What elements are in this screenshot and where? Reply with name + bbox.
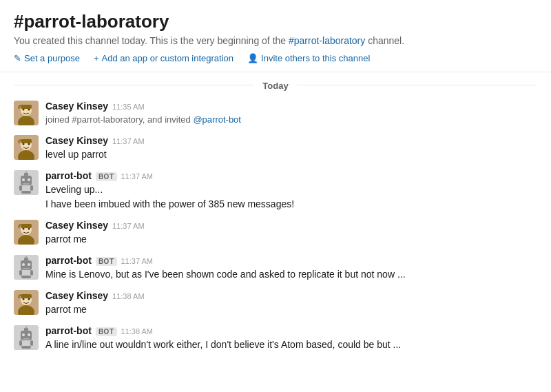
bot-badge: BOT xyxy=(96,257,117,266)
channel-header: #parrot-laboratory You created this chan… xyxy=(0,0,551,72)
message-time: 11:37 AM xyxy=(112,222,144,230)
message-text-continued: I have been imbued with the power of 385… xyxy=(45,197,537,212)
message-row: Casey Kinsey 11:37 AM parrot me xyxy=(14,216,537,251)
svg-point-15 xyxy=(28,178,30,181)
message-row: Casey Kinsey 11:38 AM parrot me xyxy=(14,286,537,321)
message-row: parrot-bot BOT 11:37 AM Leveling up... I… xyxy=(14,166,537,216)
svg-rect-19 xyxy=(19,185,22,191)
message-row: Casey Kinsey 11:35 AM joined #parrot-lab… xyxy=(14,96,537,131)
svg-rect-27 xyxy=(21,224,32,228)
message-header: parrot-bot BOT 11:37 AM xyxy=(45,255,537,266)
svg-rect-21 xyxy=(21,191,31,194)
message-time: 11:35 AM xyxy=(112,103,144,111)
message-text: parrot me xyxy=(45,232,537,247)
message-author: parrot-bot xyxy=(45,325,92,336)
message-time: 11:38 AM xyxy=(112,292,144,300)
svg-point-34 xyxy=(25,256,28,258)
add-app-action[interactable]: + Add an app or custom integration xyxy=(94,53,233,63)
svg-rect-43 xyxy=(21,294,32,298)
avatar xyxy=(14,101,39,125)
message-text: level up parrot xyxy=(45,147,537,162)
svg-rect-49 xyxy=(24,328,28,331)
message-header: Casey Kinsey 11:37 AM xyxy=(45,135,537,146)
svg-rect-11 xyxy=(21,139,32,143)
add-app-label: Add an app or custom integration xyxy=(102,53,234,63)
avatar xyxy=(14,290,39,315)
person-icon: 👤 xyxy=(247,53,258,63)
avatar xyxy=(14,255,39,280)
pencil-icon: ✎ xyxy=(14,53,21,63)
message-time: 11:38 AM xyxy=(121,327,153,336)
message-text: joined #parrot-laboratory, and invited @… xyxy=(45,113,537,127)
svg-point-46 xyxy=(22,333,25,336)
svg-point-47 xyxy=(28,333,30,336)
channel-description: You created this channel today. This is … xyxy=(14,35,537,46)
svg-rect-48 xyxy=(23,338,30,340)
channel-link[interactable]: #parrot-laboratory xyxy=(289,35,365,46)
message-time: 11:37 AM xyxy=(121,172,153,180)
svg-point-31 xyxy=(28,263,30,266)
message-time: 11:37 AM xyxy=(121,257,153,265)
svg-point-30 xyxy=(22,263,25,266)
message-body: parrot-bot BOT 11:37 AM Mine is Lenovo, … xyxy=(45,255,537,282)
svg-point-14 xyxy=(22,178,25,181)
message-text: Mine is Lenovo, but as I've been shown c… xyxy=(45,267,537,282)
message-header: parrot-bot BOT 11:37 AM xyxy=(45,170,537,181)
invite-label: Invite others to this channel xyxy=(261,53,370,63)
message-header: Casey Kinsey 11:37 AM xyxy=(45,220,537,231)
svg-rect-16 xyxy=(23,183,30,185)
invite-action[interactable]: 👤 Invite others to this channel xyxy=(247,53,370,63)
channel-title: #parrot-laboratory xyxy=(14,11,537,32)
svg-rect-33 xyxy=(24,258,28,260)
message-author: Casey Kinsey xyxy=(45,101,108,112)
message-body: Casey Kinsey 11:38 AM parrot me xyxy=(45,290,537,317)
message-text: parrot me xyxy=(45,302,537,317)
set-purpose-label: Set a purpose xyxy=(24,53,80,63)
message-author: Casey Kinsey xyxy=(45,135,108,146)
desc-prefix: You created this channel today. This is … xyxy=(14,35,289,46)
message-body: Casey Kinsey 11:35 AM joined #parrot-lab… xyxy=(45,101,537,127)
svg-point-50 xyxy=(25,326,28,328)
message-row: parrot-bot BOT 11:37 AM Mine is Lenovo, … xyxy=(14,251,537,286)
message-row: parrot-bot BOT 11:38 AM A line in/line o… xyxy=(14,321,537,356)
message-header: Casey Kinsey 11:35 AM xyxy=(45,101,537,112)
message-time: 11:37 AM xyxy=(112,137,144,145)
message-text: Leveling up... xyxy=(45,183,537,197)
desc-suffix: channel. xyxy=(365,35,404,46)
message-row: Casey Kinsey 11:37 AM level up parrot xyxy=(14,131,537,166)
avatar xyxy=(14,220,39,245)
message-author: parrot-bot xyxy=(45,255,92,266)
message-header: Casey Kinsey 11:38 AM xyxy=(45,290,537,301)
message-header: parrot-bot BOT 11:38 AM xyxy=(45,325,537,336)
message-body: Casey Kinsey 11:37 AM parrot me xyxy=(45,220,537,247)
svg-rect-37 xyxy=(21,276,31,278)
message-body: Casey Kinsey 11:37 AM level up parrot xyxy=(45,135,537,162)
date-divider: Today xyxy=(0,72,551,96)
svg-rect-20 xyxy=(30,185,33,191)
channel-actions: ✎ Set a purpose + Add an app or custom i… xyxy=(14,53,537,63)
avatar xyxy=(14,170,39,195)
svg-rect-35 xyxy=(19,270,22,276)
svg-point-18 xyxy=(25,171,28,173)
date-label: Today xyxy=(254,81,296,91)
message-author: parrot-bot xyxy=(45,170,92,181)
message-body: parrot-bot BOT 11:38 AM A line in/line o… xyxy=(45,325,537,352)
plus-icon: + xyxy=(94,53,99,63)
svg-rect-51 xyxy=(19,340,22,346)
svg-rect-36 xyxy=(30,270,33,276)
message-author: Casey Kinsey xyxy=(45,290,108,301)
svg-rect-5 xyxy=(21,105,32,109)
svg-rect-52 xyxy=(30,340,33,346)
svg-rect-32 xyxy=(23,268,30,269)
message-author: Casey Kinsey xyxy=(45,220,108,231)
bot-badge: BOT xyxy=(96,327,117,336)
set-purpose-action[interactable]: ✎ Set a purpose xyxy=(14,53,80,63)
svg-rect-17 xyxy=(24,173,28,176)
svg-rect-53 xyxy=(21,346,31,349)
bot-badge: BOT xyxy=(96,172,117,181)
avatar xyxy=(14,325,39,350)
avatar xyxy=(14,135,39,160)
message-text: A line in/line out wouldn't work either,… xyxy=(45,338,537,352)
message-body: parrot-bot BOT 11:37 AM Leveling up... I… xyxy=(45,170,537,212)
messages-list: Casey Kinsey 11:35 AM joined #parrot-lab… xyxy=(0,96,551,356)
